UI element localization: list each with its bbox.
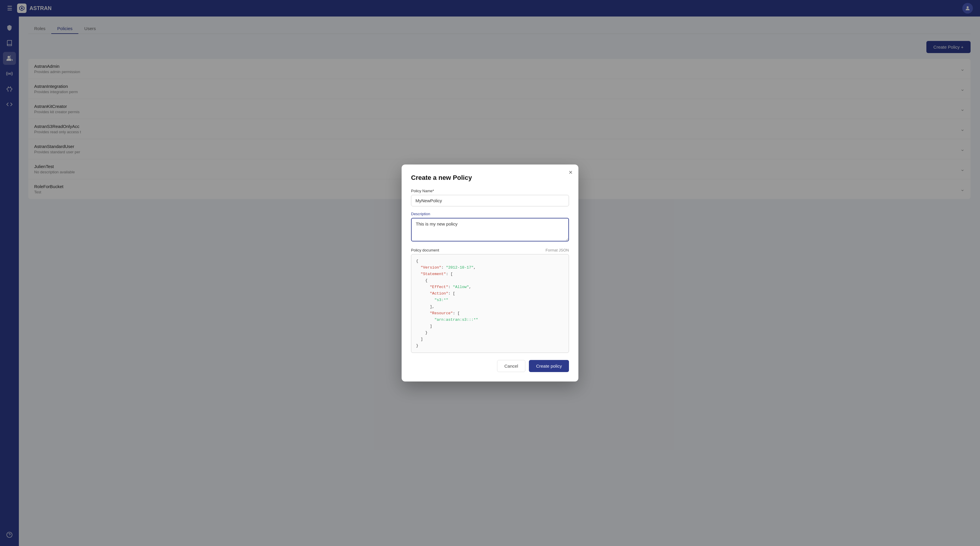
modal-overlay[interactable]: × Create a new Policy Policy Name* Descr… bbox=[0, 0, 980, 546]
format-json-button[interactable]: Format JSON bbox=[546, 248, 569, 252]
description-field-group: Description This is my new policy bbox=[411, 212, 569, 243]
policy-document-group: Policy document Format JSON { "Version":… bbox=[411, 248, 569, 353]
policy-doc-label: Policy document bbox=[411, 248, 439, 252]
modal-close-button[interactable]: × bbox=[569, 169, 573, 176]
modal-footer: Cancel Create policy bbox=[411, 360, 569, 372]
policy-doc-header: Policy document Format JSON bbox=[411, 248, 569, 252]
modal-title: Create a new Policy bbox=[411, 174, 569, 182]
policy-name-label: Policy Name* bbox=[411, 189, 569, 193]
policy-document-editor[interactable]: { "Version": "2012-10-17", "Statement": … bbox=[411, 254, 569, 353]
policy-name-field-group: Policy Name* bbox=[411, 189, 569, 206]
description-label: Description bbox=[411, 212, 569, 216]
create-policy-submit-button[interactable]: Create policy bbox=[529, 360, 569, 372]
cancel-button[interactable]: Cancel bbox=[497, 360, 526, 372]
create-policy-modal: × Create a new Policy Policy Name* Descr… bbox=[402, 164, 578, 382]
policy-name-input[interactable] bbox=[411, 195, 569, 206]
description-input[interactable]: This is my new policy bbox=[411, 218, 569, 241]
